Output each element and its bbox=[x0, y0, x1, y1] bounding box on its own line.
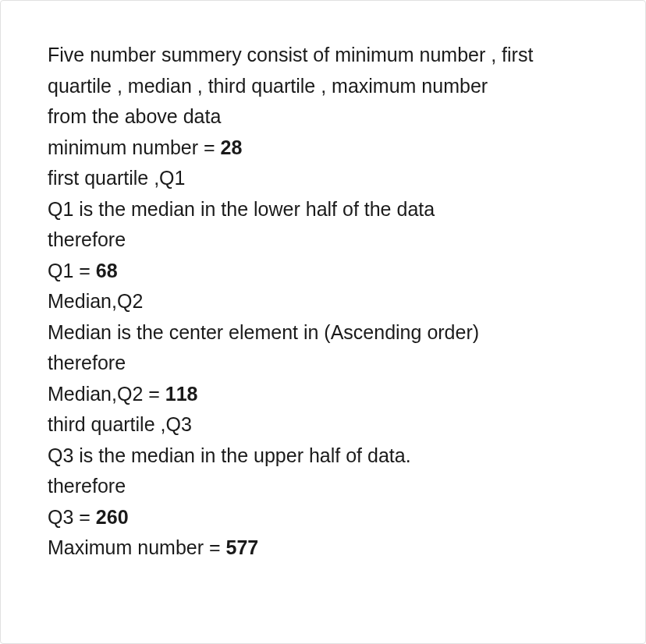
q3-value: 260 bbox=[96, 506, 129, 528]
minimum-line: minimum number = 28 bbox=[48, 133, 598, 164]
minimum-value: 28 bbox=[221, 136, 243, 158]
q1-result: Q1 = 68 bbox=[48, 256, 598, 287]
q1-description: Q1 is the median in the lower half of th… bbox=[48, 194, 598, 225]
maximum-label: Maximum number = bbox=[48, 536, 226, 558]
maximum-value: 577 bbox=[226, 536, 259, 558]
q2-description: Median is the center element in (Ascendi… bbox=[48, 317, 598, 349]
q3-description: Q3 is the median in the upper half of da… bbox=[48, 441, 598, 472]
therefore-text: therefore bbox=[48, 348, 598, 379]
therefore-text: therefore bbox=[48, 471, 598, 502]
minimum-label: minimum number = bbox=[48, 136, 221, 158]
text-line: from the above data bbox=[48, 101, 598, 133]
document-content: Five number summery consist of minimum n… bbox=[48, 40, 598, 564]
q1-heading: first quartile ,Q1 bbox=[48, 163, 598, 194]
maximum-line: Maximum number = 577 bbox=[48, 533, 598, 564]
q2-label: Median,Q2 = bbox=[48, 383, 165, 405]
q1-value: 68 bbox=[96, 260, 118, 281]
q2-heading: Median,Q2 bbox=[48, 286, 598, 317]
q3-heading: third quartile ,Q3 bbox=[48, 409, 598, 441]
q3-result: Q3 = 260 bbox=[48, 502, 598, 533]
q3-label: Q3 = bbox=[48, 506, 96, 528]
intro-paragraph: Five number summery consist of minimum n… bbox=[48, 40, 598, 101]
q2-value: 118 bbox=[165, 383, 198, 405]
therefore-text: therefore bbox=[48, 225, 598, 256]
q2-result: Median,Q2 = 118 bbox=[48, 379, 598, 410]
q1-label: Q1 = bbox=[48, 260, 96, 281]
